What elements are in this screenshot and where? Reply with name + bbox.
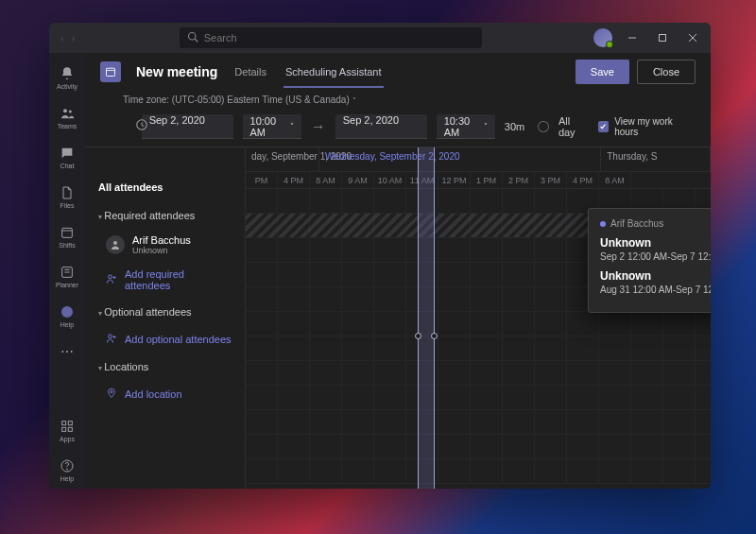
checkbox-checked-icon <box>598 121 610 132</box>
tooltip-block-title: Unknown <box>600 236 711 250</box>
svg-point-0 <box>188 33 196 41</box>
maximize-button[interactable] <box>652 27 673 48</box>
tab-scheduling-assistant[interactable]: Scheduling Assistant <box>284 57 384 87</box>
search-input[interactable] <box>204 32 474 43</box>
tooltip-person-name: Arif Bacchus <box>610 218 663 229</box>
rail-label: Apps <box>60 436 75 442</box>
attendee-status: Unknown <box>132 246 191 255</box>
close-window-button[interactable] <box>682 27 703 48</box>
end-date-value: Sep 2, 2020 <box>343 114 399 126</box>
add-required-label: Add required attendees <box>125 268 232 291</box>
end-date-field[interactable]: Sep 2, 2020 <box>335 114 427 139</box>
svg-rect-20 <box>107 68 115 76</box>
start-time-field[interactable]: 10:00 AM˅ <box>243 114 301 139</box>
attendee-row[interactable]: Arif Bacchus Unknown <box>85 229 245 261</box>
clock-icon <box>135 118 148 135</box>
arrow-right-icon: → <box>311 118 326 135</box>
rail-teams[interactable]: Teams <box>49 98 85 136</box>
rail-label: Help <box>60 475 74 482</box>
minimize-button[interactable] <box>622 27 643 48</box>
nav-forward-button[interactable]: › <box>72 32 76 43</box>
hour-header-cell: 12 PM <box>438 172 471 188</box>
timeline-row[interactable] <box>246 361 711 386</box>
rail-label: Planner <box>56 282 78 288</box>
user-avatar[interactable] <box>593 28 612 47</box>
nav-back-button[interactable]: ‹ <box>60 32 64 43</box>
availability-tooltip: Arif Bacchus Unknown Sep 2 12:00 AM-Sep … <box>588 208 711 313</box>
add-person-icon <box>106 273 117 286</box>
timezone-selector[interactable]: Time zone: (UTC-05:00) Eastern Time (US … <box>85 91 711 111</box>
meeting-icon <box>100 61 121 82</box>
rail-label: Chat <box>60 163 75 169</box>
end-time-value: 10:30 AM <box>444 115 484 138</box>
add-required-attendees-button[interactable]: Add required attendees <box>85 261 245 299</box>
timeline[interactable]: day, September 1, 2020Wednesday, Septemb… <box>246 147 711 489</box>
end-time-field[interactable]: 10:30 AM˅ <box>437 114 495 139</box>
hour-header-cell: 3 PM <box>535 172 567 188</box>
search-box[interactable] <box>180 27 482 48</box>
rail-planner[interactable]: Planner <box>49 257 85 295</box>
tab-details[interactable]: Details <box>232 57 268 87</box>
timeline-row[interactable] <box>246 336 711 361</box>
rail-label: Teams <box>58 123 77 129</box>
app-window: ‹ › Activity Teams Chat Files Shifts Pla… <box>49 23 711 489</box>
svg-line-1 <box>195 39 198 42</box>
view-work-hours-toggle[interactable]: View my work hours <box>598 116 696 137</box>
timeline-row[interactable] <box>246 459 711 484</box>
rail-help[interactable]: Help <box>49 297 85 335</box>
titlebar: ‹ › <box>49 23 711 53</box>
svg-point-7 <box>69 110 72 112</box>
svg-point-25 <box>109 335 112 338</box>
add-location-button[interactable]: Add location <box>85 380 245 408</box>
datetime-row: Sep 2, 2020 10:00 AM˅ → Sep 2, 2020 10:3… <box>85 111 711 146</box>
start-date-value: Sep 2, 2020 <box>149 114 205 126</box>
timeline-row[interactable] <box>246 435 711 459</box>
chevron-down-icon: ˅ <box>290 122 294 130</box>
day-header-cell: Wednesday, September 2, 2020 <box>319 147 601 171</box>
hour-header-cell: 4 PM <box>278 172 310 188</box>
timeline-row[interactable] <box>246 312 711 336</box>
svg-rect-17 <box>68 427 72 431</box>
start-date-field[interactable]: Sep 2, 2020 <box>142 114 233 139</box>
rail-chat[interactable]: Chat <box>49 138 85 176</box>
hour-header-cell: 8 AM <box>310 172 342 188</box>
hour-header-cell: 4 PM <box>567 172 599 188</box>
page-title: New meeting <box>136 64 217 79</box>
rail-more-button[interactable]: ⋯ <box>60 336 74 367</box>
save-button[interactable]: Save <box>576 60 629 84</box>
timeline-row[interactable] <box>246 410 711 435</box>
presence-indicator <box>606 41 613 48</box>
all-day-toggle[interactable] <box>538 121 549 132</box>
close-button[interactable]: Close <box>637 60 696 84</box>
timeline-row[interactable] <box>246 386 711 410</box>
svg-point-19 <box>67 468 68 469</box>
search-icon <box>187 29 198 46</box>
chevron-down-icon: ˅ <box>484 122 488 130</box>
attendee-panel: All attendees Required attendees Arif Ba… <box>85 147 246 489</box>
chevron-down-icon: ˅ <box>352 96 356 105</box>
rail-apps[interactable]: Apps <box>49 411 85 449</box>
day-header-cell: Thursday, S <box>601 147 711 171</box>
optional-attendees-heading[interactable]: Optional attendees <box>85 299 245 325</box>
location-icon <box>106 388 117 401</box>
svg-rect-3 <box>660 35 666 42</box>
rail-label: Shifts <box>59 242 76 249</box>
hour-header-cell: 8 AM <box>599 172 631 188</box>
add-optional-attendees-button[interactable]: Add optional attendees <box>85 325 245 353</box>
view-work-hours-label: View my work hours <box>614 116 696 137</box>
required-attendees-heading[interactable]: Required attendees <box>85 202 245 229</box>
rail-files[interactable]: Files <box>49 178 85 215</box>
hour-header-cell: 10 AM <box>374 172 406 188</box>
svg-point-26 <box>111 390 112 392</box>
hour-header-cell: 1 PM <box>471 172 503 188</box>
rail-shifts[interactable]: Shifts <box>49 217 85 255</box>
rail-help-bottom[interactable]: Help <box>49 451 85 489</box>
svg-rect-8 <box>62 228 73 237</box>
rail-label: Activity <box>57 83 77 90</box>
rail-label: Help <box>60 321 74 328</box>
locations-heading[interactable]: Locations <box>85 353 245 380</box>
tooltip-block-range: Sep 2 12:00 AM-Sep 7 12:00 AM <box>600 251 711 262</box>
rail-activity[interactable]: Activity <box>49 59 85 96</box>
titlebar-right <box>593 27 703 48</box>
hour-header-cell: 9 AM <box>342 172 374 188</box>
